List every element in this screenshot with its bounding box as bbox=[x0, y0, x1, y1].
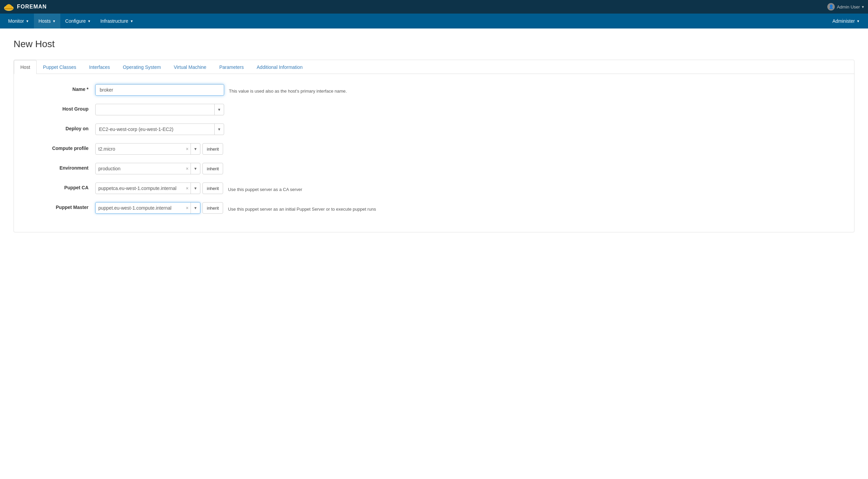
puppet-ca-chosen: puppetca.eu-west-1.compute.internal × ▼ bbox=[95, 183, 200, 194]
top-bar: FOREMAN 👤 Admin User ▼ bbox=[0, 0, 868, 14]
compute-profile-chosen: t2.micro × ▼ bbox=[95, 143, 200, 155]
form-body: Name * This value is used also as the ho… bbox=[14, 74, 854, 232]
infrastructure-caret-icon: ▼ bbox=[130, 19, 133, 23]
deploy-on-dropdown-btn[interactable]: ▼ bbox=[214, 124, 224, 135]
tab-operating-system[interactable]: Operating System bbox=[116, 60, 167, 74]
puppet-master-dropdown-btn[interactable]: ▼ bbox=[191, 203, 200, 213]
tab-parameters[interactable]: Parameters bbox=[213, 60, 250, 74]
compute-profile-value: t2.micro bbox=[96, 146, 184, 152]
tab-virtual-machine[interactable]: Virtual Machine bbox=[167, 60, 213, 74]
brand: FOREMAN bbox=[3, 1, 47, 12]
brand-name: FOREMAN bbox=[17, 4, 47, 10]
name-control-wrap: This value is used also as the host's pr… bbox=[95, 84, 841, 96]
host-group-label: Host Group bbox=[27, 104, 95, 112]
deploy-on-value: EC2-eu-west-corp (eu-west-1-EC2) bbox=[96, 127, 214, 132]
name-label: Name * bbox=[27, 84, 95, 92]
user-caret-icon: ▼ bbox=[861, 5, 865, 9]
field-environment: Environment production × ▼ inherit bbox=[27, 163, 841, 174]
puppet-master-hint: Use this puppet server as an initial Pup… bbox=[228, 204, 376, 212]
nav-administer[interactable]: Administer ▼ bbox=[828, 14, 865, 28]
monitor-caret-icon: ▼ bbox=[26, 19, 29, 23]
tabs: Host Puppet Classes Interfaces Operating… bbox=[14, 60, 854, 74]
puppet-master-chosen: puppet.eu-west-1.compute.internal × ▼ bbox=[95, 202, 200, 214]
field-puppet-ca: Puppet CA puppetca.eu-west-1.compute.int… bbox=[27, 183, 841, 194]
puppet-ca-value: puppetca.eu-west-1.compute.internal bbox=[96, 186, 184, 191]
puppet-master-label: Puppet Master bbox=[27, 202, 95, 210]
environment-dropdown-btn[interactable]: ▼ bbox=[191, 163, 200, 174]
puppet-ca-hint: Use this puppet server as a CA server bbox=[228, 185, 302, 192]
svg-rect-1 bbox=[4, 8, 13, 9]
field-compute-profile: Compute profile t2.micro × ▼ inherit bbox=[27, 143, 841, 155]
compute-profile-inherit-btn[interactable]: inherit bbox=[202, 143, 223, 155]
puppet-ca-clear-btn[interactable]: × bbox=[184, 186, 191, 191]
compute-profile-clear-btn[interactable]: × bbox=[184, 146, 191, 152]
user-label: Admin User bbox=[837, 4, 860, 9]
environment-label: Environment bbox=[27, 163, 95, 171]
puppet-ca-control-wrap: puppetca.eu-west-1.compute.internal × ▼ … bbox=[95, 183, 841, 194]
field-puppet-master: Puppet Master puppet.eu-west-1.compute.i… bbox=[27, 202, 841, 214]
nav-hosts[interactable]: Hosts ▼ bbox=[34, 14, 61, 28]
name-input[interactable] bbox=[95, 84, 224, 96]
nav-infrastructure[interactable]: Infrastructure ▼ bbox=[96, 14, 138, 28]
field-deploy-on: Deploy on EC2-eu-west-corp (eu-west-1-EC… bbox=[27, 123, 841, 135]
puppet-master-clear-btn[interactable]: × bbox=[184, 205, 191, 211]
nav-monitor[interactable]: Monitor ▼ bbox=[3, 14, 34, 28]
environment-control-wrap: production × ▼ inherit bbox=[95, 163, 841, 174]
puppet-ca-inherit-btn[interactable]: inherit bbox=[202, 183, 223, 194]
puppet-master-inherit-btn[interactable]: inherit bbox=[202, 202, 223, 214]
field-name: Name * This value is used also as the ho… bbox=[27, 84, 841, 96]
nav-configure[interactable]: Configure ▼ bbox=[60, 14, 96, 28]
tab-puppet-classes[interactable]: Puppet Classes bbox=[37, 60, 83, 74]
puppet-ca-label: Puppet CA bbox=[27, 183, 95, 190]
environment-value: production bbox=[96, 166, 184, 171]
tab-interfaces[interactable]: Interfaces bbox=[83, 60, 116, 74]
administer-caret-icon: ▼ bbox=[856, 19, 860, 23]
environment-inherit-btn[interactable]: inherit bbox=[202, 163, 223, 174]
environment-clear-btn[interactable]: × bbox=[184, 166, 191, 171]
user-menu[interactable]: 👤 Admin User ▼ bbox=[827, 0, 865, 14]
deploy-on-select-wrap: EC2-eu-west-corp (eu-west-1-EC2) ▼ bbox=[95, 123, 224, 135]
host-group-select-wrap: ▼ bbox=[95, 104, 224, 115]
page-content: New Host Host Puppet Classes Interfaces … bbox=[0, 28, 868, 479]
name-hint: This value is used also as the host's pr… bbox=[229, 86, 347, 94]
puppet-master-value: puppet.eu-west-1.compute.internal bbox=[96, 205, 184, 211]
puppet-master-control-wrap: puppet.eu-west-1.compute.internal × ▼ in… bbox=[95, 202, 841, 214]
foreman-logo bbox=[3, 1, 14, 12]
user-avatar: 👤 bbox=[827, 3, 835, 11]
environment-chosen: production × ▼ bbox=[95, 163, 200, 174]
main-panel: Host Puppet Classes Interfaces Operating… bbox=[14, 60, 854, 232]
nav-bar: Monitor ▼ Hosts ▼ Configure ▼ Infrastruc… bbox=[0, 14, 868, 28]
puppet-ca-dropdown-btn[interactable]: ▼ bbox=[191, 183, 200, 194]
hosts-caret-icon: ▼ bbox=[52, 19, 56, 23]
configure-caret-icon: ▼ bbox=[87, 19, 91, 23]
compute-profile-control-wrap: t2.micro × ▼ inherit bbox=[95, 143, 841, 155]
page-title: New Host bbox=[14, 39, 854, 50]
host-group-control-wrap: ▼ bbox=[95, 104, 841, 115]
deploy-on-label: Deploy on bbox=[27, 123, 95, 131]
compute-profile-label: Compute profile bbox=[27, 143, 95, 151]
tab-host[interactable]: Host bbox=[14, 60, 37, 74]
deploy-on-control-wrap: EC2-eu-west-corp (eu-west-1-EC2) ▼ bbox=[95, 123, 841, 135]
host-group-dropdown-btn[interactable]: ▼ bbox=[214, 104, 224, 115]
field-host-group: Host Group ▼ bbox=[27, 104, 841, 115]
tab-additional-information[interactable]: Additional Information bbox=[250, 60, 309, 74]
compute-profile-dropdown-btn[interactable]: ▼ bbox=[191, 143, 200, 154]
